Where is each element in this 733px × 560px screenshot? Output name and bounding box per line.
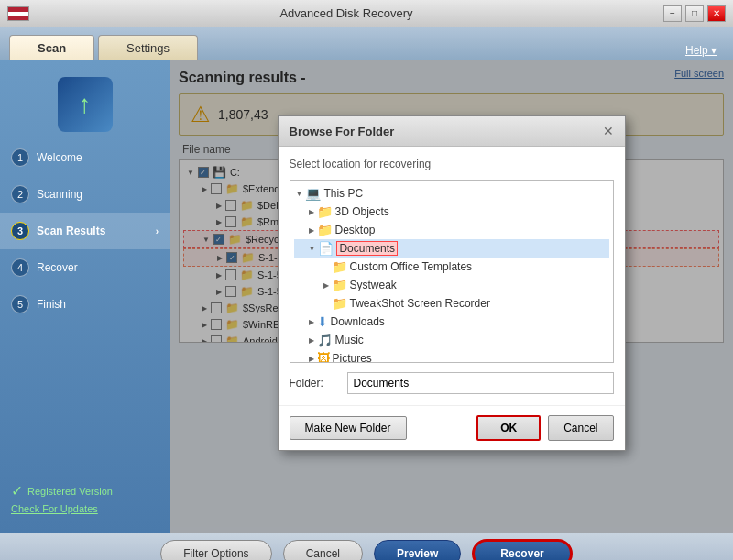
dialog-footer: Make New Folder OK Cancel xyxy=(279,405,625,450)
flag-icon xyxy=(7,6,29,21)
sidebar-item-finish[interactable]: 5 Finish xyxy=(0,286,170,323)
dtree-label-this-pc: This PC xyxy=(323,187,363,200)
help-button[interactable]: Help ▾ xyxy=(678,40,724,60)
step-num-1: 1 xyxy=(11,148,29,167)
folder-icon-desktop: 📁 xyxy=(317,223,333,237)
sidebar-bottom: ✓ Registered Version Check For Updates xyxy=(0,473,170,523)
arrow-downloads: ▶ xyxy=(309,318,314,326)
dtree-label-music: Music xyxy=(335,334,364,346)
dtree-label-documents: Documents xyxy=(336,241,398,256)
dtree-desktop[interactable]: ▶ 📁 Desktop xyxy=(294,221,609,239)
dtree-pictures[interactable]: ▶ 🖼 Pictures xyxy=(294,349,609,363)
dtree-systweak[interactable]: ▶ 📁 Systweak xyxy=(294,276,609,294)
maximize-button[interactable]: □ xyxy=(685,5,704,22)
dtree-downloads[interactable]: ▶ ⬇ Downloads xyxy=(294,313,609,331)
window-title: Advanced Disk Recovery xyxy=(29,6,663,20)
dtree-label-custom-office: Custom Office Templates xyxy=(350,260,473,273)
dialog-title: Browse For Folder xyxy=(290,125,395,138)
registered-version: ✓ Registered Version xyxy=(11,482,159,500)
recover-button[interactable]: Recover xyxy=(472,539,572,561)
folder-label: Folder: xyxy=(290,377,340,390)
dtree-this-pc[interactable]: ▼ 💻 This PC xyxy=(294,184,609,203)
check-updates-link[interactable]: Check For Updates xyxy=(11,503,159,514)
arrow-systweak: ▶ xyxy=(323,281,329,290)
step-num-2: 2 xyxy=(11,185,29,203)
registered-label: Registered Version xyxy=(27,486,113,497)
tab-group: Scan Settings xyxy=(9,35,198,60)
folder-tree[interactable]: ▼ 💻 This PC ▶ 📁 3D Objects ▶ xyxy=(290,180,614,363)
app-logo: ↑ xyxy=(58,77,113,132)
dialog-instruction: Select location for recovering xyxy=(290,158,614,170)
documents-icon: 📄 xyxy=(318,241,334,256)
dtree-label-3d-objects: 3D Objects xyxy=(335,205,389,218)
arrow-music: ▶ xyxy=(309,336,314,345)
content-area: Scanning results - ⚠ 1,807,43 File name … xyxy=(170,60,733,533)
make-new-folder-button[interactable]: Make New Folder xyxy=(290,416,407,440)
dtree-label-tweakshot: TweakShot Screen Recorder xyxy=(350,297,490,310)
sidebar-label-scanning: Scanning xyxy=(37,188,82,201)
sidebar-label-recover: Recover xyxy=(37,261,78,274)
preview-button[interactable]: Preview xyxy=(374,540,461,561)
dtree-3d-objects[interactable]: ▶ 📁 3D Objects xyxy=(294,203,609,221)
bottom-toolbar: Filter Options Cancel Preview Recover xyxy=(0,533,733,560)
cancel-button[interactable]: Cancel xyxy=(283,540,363,561)
main-layout: ↑ 1 Welcome 2 Scanning 3 Scan Results › … xyxy=(0,60,733,533)
ok-button[interactable]: OK xyxy=(476,415,541,441)
dtree-tweakshot[interactable]: ▶ 📁 TweakShot Screen Recorder xyxy=(294,294,609,313)
logo-arrow-icon: ↑ xyxy=(79,90,92,119)
dtree-label-downloads: Downloads xyxy=(331,315,385,328)
folder-icon-custom-office: 📁 xyxy=(332,259,347,274)
sidebar-item-scanning[interactable]: 2 Scanning xyxy=(0,176,170,213)
sidebar-item-scan-results[interactable]: 3 Scan Results › xyxy=(0,213,170,249)
folder-icon-systweak: 📁 xyxy=(332,278,347,292)
sidebar-label-finish: Finish xyxy=(37,298,66,311)
arrow-3d-objects: ▶ xyxy=(309,208,314,216)
step-num-4: 4 xyxy=(11,258,29,277)
dialog-cancel-button[interactable]: Cancel xyxy=(548,415,613,441)
filter-options-button[interactable]: Filter Options xyxy=(160,540,271,561)
step-num-3: 3 xyxy=(11,222,29,240)
arrow-desktop: ▶ xyxy=(309,226,314,235)
close-button[interactable]: ✕ xyxy=(707,5,726,22)
folder-icon-pictures: 🖼 xyxy=(317,351,330,363)
tab-settings[interactable]: Settings xyxy=(98,35,198,60)
dtree-label-pictures: Pictures xyxy=(333,352,372,363)
sidebar-item-recover[interactable]: 4 Recover xyxy=(0,249,170,286)
dtree-label-desktop: Desktop xyxy=(335,224,376,236)
window-controls: − □ ✕ xyxy=(663,5,726,22)
dialog-body: Select location for recovering ▼ 💻 This … xyxy=(279,147,625,405)
folder-icon-music: 🎵 xyxy=(317,333,333,347)
folder-icon-downloads: ⬇ xyxy=(317,314,328,329)
dtree-custom-office[interactable]: ▶ 📁 Custom Office Templates xyxy=(294,258,609,276)
arrow-pictures: ▶ xyxy=(309,355,314,363)
step-num-5: 5 xyxy=(11,295,29,313)
tab-bar: Scan Settings Help ▾ xyxy=(0,27,733,60)
sidebar: ↑ 1 Welcome 2 Scanning 3 Scan Results › … xyxy=(0,60,170,533)
dialog-action-buttons: OK Cancel xyxy=(476,415,613,441)
folder-icon-3d: 📁 xyxy=(317,204,333,219)
arrow-documents: ▼ xyxy=(309,245,316,253)
tab-scan[interactable]: Scan xyxy=(9,35,94,60)
chevron-right-icon: › xyxy=(156,226,159,236)
sidebar-label-welcome: Welcome xyxy=(37,151,82,164)
computer-icon: 💻 xyxy=(305,186,321,201)
browse-folder-dialog: Browse For Folder ✕ Select location for … xyxy=(278,115,626,451)
arrow-this-pc: ▼ xyxy=(296,190,303,198)
dialog-overlay: Browse For Folder ✕ Select location for … xyxy=(170,60,733,533)
folder-input-row: Folder: xyxy=(290,372,614,394)
minimize-button[interactable]: − xyxy=(663,5,682,22)
dtree-label-systweak: Systweak xyxy=(350,279,397,291)
folder-input[interactable] xyxy=(347,372,614,394)
folder-icon-tweakshot: 📁 xyxy=(332,296,347,311)
sidebar-label-scan-results: Scan Results xyxy=(37,225,105,237)
dtree-music[interactable]: ▶ 🎵 Music xyxy=(294,331,609,349)
sidebar-item-welcome[interactable]: 1 Welcome xyxy=(0,139,170,176)
title-bar: Advanced Disk Recovery − □ ✕ xyxy=(0,0,733,27)
dialog-close-button[interactable]: ✕ xyxy=(603,124,614,138)
dialog-title-bar: Browse For Folder ✕ xyxy=(279,116,625,147)
dtree-documents[interactable]: ▼ 📄 Documents xyxy=(294,239,609,258)
